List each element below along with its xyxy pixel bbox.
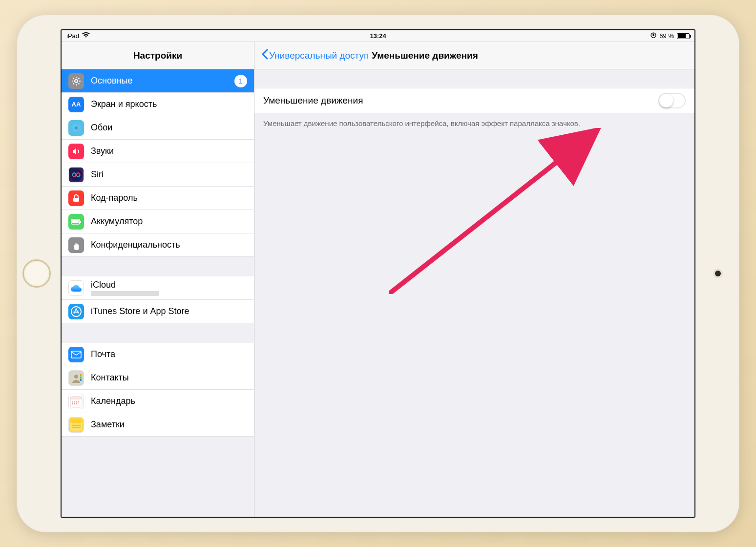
sidebar-item-icloud[interactable]: iCloud bbox=[62, 276, 254, 300]
svg-line-9 bbox=[73, 83, 74, 84]
svg-point-34 bbox=[74, 401, 75, 402]
battery-icon bbox=[677, 33, 690, 39]
lock-icon bbox=[68, 190, 84, 206]
sidebar-item-label: Siri bbox=[91, 169, 104, 180]
sidebar-item-label: Звуки bbox=[91, 146, 114, 156]
sidebar-item-label: Контакты bbox=[91, 373, 129, 383]
svg-point-37 bbox=[72, 403, 73, 404]
clock: 13:24 bbox=[370, 32, 386, 40]
back-label: Универсальный доступ bbox=[269, 50, 369, 61]
svg-point-17 bbox=[77, 125, 80, 127]
back-button[interactable]: Универсальный доступ bbox=[261, 49, 369, 62]
badge: 1 bbox=[234, 75, 247, 87]
svg-rect-24 bbox=[80, 221, 81, 223]
setting-description: Уменьшает движение пользовательского инт… bbox=[254, 113, 694, 133]
sidebar-item-label: Календарь bbox=[91, 396, 135, 406]
contacts-icon bbox=[68, 370, 84, 386]
sidebar-item-notes[interactable]: Заметки bbox=[62, 413, 254, 437]
sidebar-item-label: Обои bbox=[91, 123, 112, 133]
battery-icon bbox=[68, 214, 84, 230]
annotation-arrow bbox=[389, 128, 604, 294]
sidebar-item-label: Экран и яркость bbox=[91, 99, 157, 109]
speaker-icon bbox=[68, 144, 84, 159]
screen: iPad 13:24 69 % Настройки Основные1AAЭкр… bbox=[61, 29, 695, 518]
svg-line-8 bbox=[79, 83, 80, 84]
ipad-device-frame: iPad 13:24 69 % Настройки Основные1AAЭкр… bbox=[17, 15, 739, 532]
sidebar-item-display[interactable]: AAЭкран и яркость bbox=[62, 93, 254, 116]
sidebar-item-label: Основные bbox=[91, 76, 132, 86]
sidebar-item-wallpaper[interactable]: Обои bbox=[62, 116, 254, 140]
sidebar-item-privacy[interactable]: Конфиденциальность bbox=[62, 233, 254, 257]
svg-point-33 bbox=[72, 401, 73, 402]
appstore-icon bbox=[68, 304, 84, 319]
calendar-icon bbox=[68, 394, 84, 409]
notes-icon bbox=[68, 417, 84, 433]
siri-icon bbox=[68, 167, 84, 183]
svg-rect-28 bbox=[80, 374, 82, 376]
svg-point-15 bbox=[78, 126, 81, 129]
svg-point-13 bbox=[75, 129, 78, 132]
svg-point-18 bbox=[73, 128, 75, 131]
svg-rect-30 bbox=[80, 379, 82, 381]
svg-rect-32 bbox=[70, 397, 82, 400]
home-button[interactable] bbox=[22, 259, 51, 288]
sidebar-item-sounds[interactable]: Звуки bbox=[62, 140, 254, 163]
reduce-motion-switch[interactable] bbox=[658, 93, 686, 108]
AA-icon: AA bbox=[68, 97, 84, 112]
sidebar-item-contacts[interactable]: Контакты bbox=[62, 366, 254, 390]
account-email-redacted bbox=[91, 291, 159, 296]
sidebar-item-general[interactable]: Основные1 bbox=[62, 69, 254, 93]
battery-percent: 69 % bbox=[659, 32, 674, 40]
detail-pane: Универсальный доступ Уменьшение движения… bbox=[254, 42, 694, 517]
svg-line-10 bbox=[79, 78, 80, 79]
svg-rect-23 bbox=[72, 220, 79, 223]
svg-point-36 bbox=[78, 401, 79, 402]
svg-point-25 bbox=[71, 307, 81, 316]
svg-point-27 bbox=[74, 375, 78, 379]
svg-point-39 bbox=[76, 403, 77, 404]
gear-icon bbox=[68, 73, 84, 89]
sidebar-item-siri[interactable]: Siri bbox=[62, 163, 254, 187]
sidebar-item-label: Код-пароль bbox=[91, 193, 138, 203]
flower-icon bbox=[68, 120, 84, 136]
reduce-motion-row[interactable]: Уменьшение движения bbox=[254, 88, 694, 113]
svg-point-19 bbox=[77, 128, 80, 131]
svg-point-14 bbox=[72, 126, 75, 129]
svg-line-7 bbox=[73, 78, 74, 79]
device-label: iPad bbox=[66, 32, 79, 40]
wifi-icon bbox=[82, 32, 90, 40]
sidebar-item-calendar[interactable]: Календарь bbox=[62, 390, 254, 413]
toggle-label: Уменьшение движения bbox=[263, 95, 363, 106]
svg-rect-26 bbox=[71, 351, 81, 358]
sidebar-item-label: Конфиденциальность bbox=[91, 240, 180, 250]
sidebar-item-label: iCloud bbox=[91, 280, 159, 290]
sidebar-item-label: Аккумулятор bbox=[91, 216, 143, 227]
detail-header: Универсальный доступ Уменьшение движения bbox=[254, 42, 694, 69]
svg-point-35 bbox=[76, 401, 77, 402]
svg-point-12 bbox=[75, 124, 78, 126]
sidebar-item-label: Почта bbox=[91, 349, 115, 359]
front-camera bbox=[715, 271, 721, 276]
sidebar-title: Настройки bbox=[62, 42, 254, 69]
sidebar-item-mail[interactable]: Почта bbox=[62, 343, 254, 366]
svg-line-44 bbox=[389, 133, 594, 294]
sidebar-item-battery[interactable]: Аккумулятор bbox=[62, 210, 254, 233]
sidebar-item-label: iTunes Store и App Store bbox=[91, 306, 189, 316]
svg-rect-1 bbox=[653, 34, 654, 36]
sidebar-item-passcode[interactable]: Код-пароль bbox=[62, 187, 254, 210]
orientation-lock-icon bbox=[651, 32, 656, 40]
svg-point-2 bbox=[75, 80, 78, 83]
detail-title: Уменьшение движения bbox=[372, 50, 478, 61]
svg-rect-21 bbox=[73, 198, 79, 202]
mail-icon bbox=[68, 347, 84, 362]
sidebar-item-itunes[interactable]: iTunes Store и App Store bbox=[62, 300, 254, 323]
status-bar: iPad 13:24 69 % bbox=[62, 30, 694, 42]
chevron-left-icon bbox=[261, 49, 268, 62]
hand-icon bbox=[68, 237, 84, 253]
cloud-icon bbox=[68, 280, 84, 296]
settings-sidebar: Настройки Основные1AAЭкран и яркостьОбои… bbox=[62, 42, 254, 517]
svg-point-38 bbox=[74, 403, 75, 404]
svg-rect-41 bbox=[70, 419, 82, 423]
svg-point-16 bbox=[73, 125, 75, 127]
svg-point-11 bbox=[75, 126, 78, 129]
